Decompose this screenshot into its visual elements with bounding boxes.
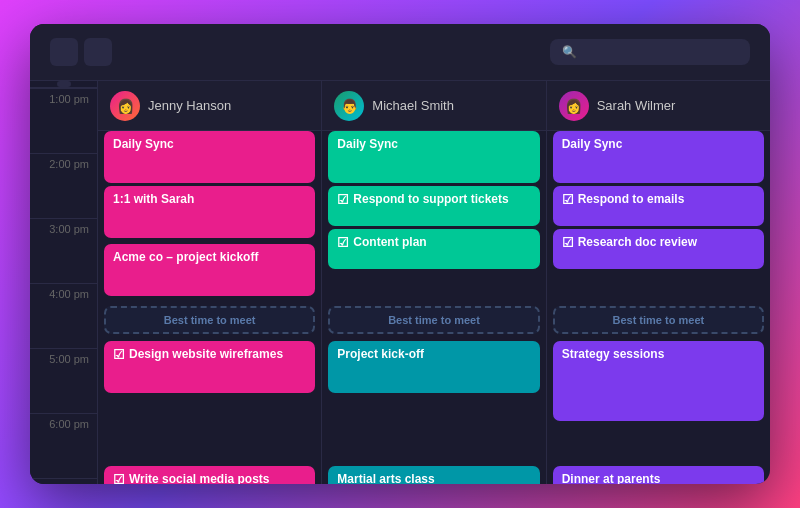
event-label: ☑Write social media posts: [113, 472, 306, 484]
calendar-event[interactable]: ☑Content plan: [328, 229, 539, 269]
est-badge: [57, 81, 71, 87]
calendar-event[interactable]: ☑Research doc review: [553, 229, 764, 269]
event-text: Respond to support tickets: [353, 192, 508, 206]
event-text: Daily Sync: [562, 137, 623, 151]
event-text: Daily Sync: [113, 137, 174, 151]
event-text: Research doc review: [578, 235, 697, 249]
check-icon: ☑: [337, 235, 349, 250]
avatar: 👩: [559, 91, 589, 121]
event-text: Content plan: [353, 235, 426, 249]
time-slot: 5:00 pm: [30, 348, 97, 413]
time-slot: 1:00 pm: [30, 88, 97, 153]
event-text: Martial arts class: [337, 472, 434, 484]
event-label: ☑Respond to support tickets: [337, 192, 530, 207]
time-slot: 2:00 pm: [30, 153, 97, 218]
event-text: Write social media posts: [129, 472, 270, 484]
event-label: 1:1 with Sarah: [113, 192, 306, 206]
event-label: ☑Content plan: [337, 235, 530, 250]
best-time-slot[interactable]: Best time to meet: [328, 306, 539, 334]
calendar-event[interactable]: Daily Sync: [104, 131, 315, 183]
event-label: ☑Design website wireframes: [113, 347, 306, 362]
event-label: Acme co – project kickoff: [113, 250, 306, 264]
next-button[interactable]: [84, 38, 112, 66]
event-text: Dinner at parents: [562, 472, 661, 484]
calendar-event[interactable]: Acme co – project kickoff: [104, 244, 315, 296]
event-label: Project kick-off: [337, 347, 530, 361]
event-label: ☑Respond to emails: [562, 192, 755, 207]
check-icon: ☑: [113, 347, 125, 362]
time-column: 1:00 pm2:00 pm3:00 pm4:00 pm5:00 pm6:00 …: [30, 81, 98, 484]
calendar-event[interactable]: Project kick-off: [328, 341, 539, 393]
check-icon: ☑: [113, 472, 125, 484]
columns-wrapper: 👩Jenny HansonDaily Sync1:1 with SarahAcm…: [98, 81, 770, 484]
best-time-slot[interactable]: Best time to meet: [104, 306, 315, 334]
time-slot: 3:00 pm: [30, 218, 97, 283]
event-label: Dinner at parents: [562, 472, 755, 484]
event-text: Strategy sessions: [562, 347, 665, 361]
time-header: [30, 81, 97, 88]
calendar-event[interactable]: ☑Write social media posts: [104, 466, 315, 484]
calendar-event[interactable]: Dinner at parents: [553, 466, 764, 484]
check-icon: ☑: [337, 192, 349, 207]
time-slots: 1:00 pm2:00 pm3:00 pm4:00 pm5:00 pm6:00 …: [30, 88, 97, 484]
calendar-window: 🔍 1:00 pm2:00 pm3:00 pm4:00 pm5:00 pm6:0…: [30, 24, 770, 484]
events-area-1: Daily Sync☑Respond to support tickets☑Co…: [322, 131, 545, 484]
calendar-event[interactable]: Daily Sync: [553, 131, 764, 183]
time-slot: 4:00 pm: [30, 283, 97, 348]
avatar: 👨: [334, 91, 364, 121]
event-text: Acme co – project kickoff: [113, 250, 258, 264]
person-col-2: 👩Sarah WilmerDaily Sync☑Respond to email…: [547, 81, 770, 484]
person-header-0: 👩Jenny Hanson: [98, 81, 321, 131]
time-slot: 7:00 pm: [30, 478, 97, 484]
event-text: 1:1 with Sarah: [113, 192, 194, 206]
event-text: Design website wireframes: [129, 347, 283, 361]
calendar-event[interactable]: 1:1 with Sarah: [104, 186, 315, 238]
event-label: Martial arts class: [337, 472, 530, 484]
person-header-1: 👨Michael Smith: [322, 81, 545, 131]
avatar: 👩: [110, 91, 140, 121]
calendar-event[interactable]: ☑Respond to support tickets: [328, 186, 539, 226]
best-time-slot[interactable]: Best time to meet: [553, 306, 764, 334]
person-col-1: 👨Michael SmithDaily Sync☑Respond to supp…: [322, 81, 546, 484]
event-text: Respond to emails: [578, 192, 685, 206]
calendar-body: 1:00 pm2:00 pm3:00 pm4:00 pm5:00 pm6:00 …: [30, 81, 770, 484]
check-icon: ☑: [562, 235, 574, 250]
event-label: Daily Sync: [562, 137, 755, 151]
event-label: ☑Research doc review: [562, 235, 755, 250]
person-name: Sarah Wilmer: [597, 98, 676, 113]
calendar-event[interactable]: Daily Sync: [328, 131, 539, 183]
calendar-event[interactable]: Strategy sessions: [553, 341, 764, 421]
event-text: Daily Sync: [337, 137, 398, 151]
person-name: Jenny Hanson: [148, 98, 231, 113]
header: 🔍: [30, 24, 770, 81]
prev-button[interactable]: [50, 38, 78, 66]
calendar-event[interactable]: ☑Respond to emails: [553, 186, 764, 226]
check-icon: ☑: [562, 192, 574, 207]
person-header-2: 👩Sarah Wilmer: [547, 81, 770, 131]
search-bar[interactable]: 🔍: [550, 39, 750, 65]
search-icon: 🔍: [562, 45, 577, 59]
calendar-event[interactable]: ☑Design website wireframes: [104, 341, 315, 393]
event-label: Daily Sync: [113, 137, 306, 151]
time-slot: 6:00 pm: [30, 413, 97, 478]
events-area-2: Daily Sync☑Respond to emails☑Research do…: [547, 131, 770, 484]
person-col-0: 👩Jenny HansonDaily Sync1:1 with SarahAcm…: [98, 81, 322, 484]
event-text: Project kick-off: [337, 347, 424, 361]
person-name: Michael Smith: [372, 98, 454, 113]
event-label: Daily Sync: [337, 137, 530, 151]
event-label: Strategy sessions: [562, 347, 755, 361]
events-area-0: Daily Sync1:1 with SarahAcme co – projec…: [98, 131, 321, 484]
nav-buttons: [50, 38, 112, 66]
calendar-event[interactable]: Martial arts class: [328, 466, 539, 484]
